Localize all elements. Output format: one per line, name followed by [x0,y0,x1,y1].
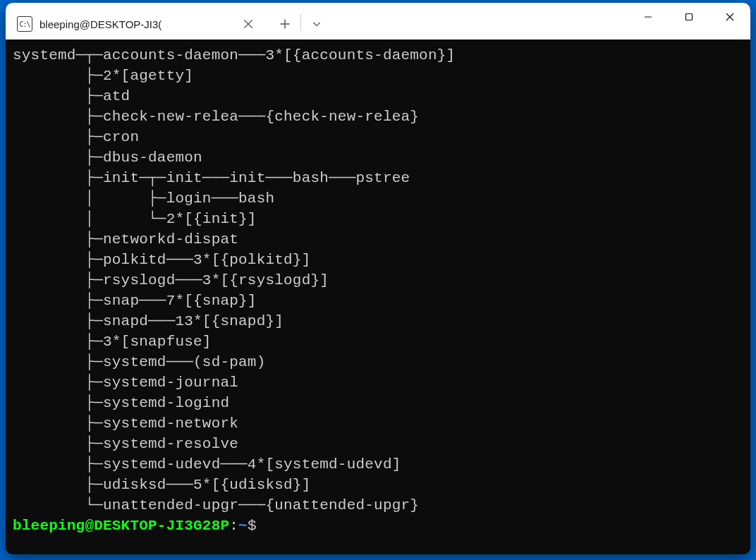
tab-dropdown-button[interactable] [304,11,329,37]
minimize-icon [644,13,652,21]
close-icon [726,13,734,21]
prompt-dollar: $ [248,518,257,534]
minimize-button[interactable] [628,3,669,31]
prompt-cursor-space [257,518,266,534]
window-controls [628,3,750,31]
plus-icon [279,18,291,30]
maximize-icon [685,13,693,21]
chevron-down-icon [312,19,322,29]
terminal-profile-icon: C:\ [17,16,32,32]
prompt-colon: : [229,518,238,534]
new-tab-button[interactable] [272,11,298,37]
terminal-window: C:\ bleeping@DESKTOP-JI3( syste [6,3,750,554]
prompt-user-host: bleeping@DESKTOP-JI3G28P [13,518,229,534]
terminal-output: systemd─┬─accounts-daemon───3*[{accounts… [13,47,455,513]
close-icon [243,19,253,29]
svg-rect-0 [686,14,693,20]
terminal-icon-text: C:\ [19,20,30,28]
tab-close-button[interactable] [240,16,257,32]
tab-title: bleeping@DESKTOP-JI3( [39,18,240,30]
terminal-viewport[interactable]: systemd─┬─accounts-daemon───3*[{accounts… [6,39,750,554]
maximize-button[interactable] [669,3,709,31]
titlebar: C:\ bleeping@DESKTOP-JI3( [6,3,750,39]
titlebar-divider [300,14,301,31]
window-close-button[interactable] [709,3,750,31]
tab-active[interactable]: C:\ bleeping@DESKTOP-JI3( [10,8,264,39]
prompt-path: ~ [238,518,248,534]
